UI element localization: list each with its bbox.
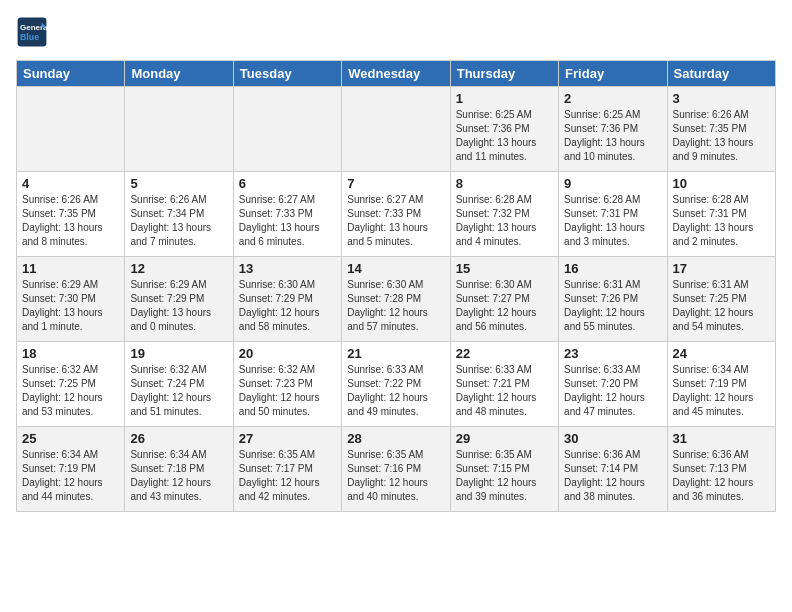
calendar-cell: 3Sunrise: 6:26 AM Sunset: 7:35 PM Daylig… xyxy=(667,87,775,172)
day-number: 30 xyxy=(564,431,661,446)
day-number: 23 xyxy=(564,346,661,361)
day-detail: Sunrise: 6:30 AM Sunset: 7:28 PM Dayligh… xyxy=(347,278,444,334)
day-number: 3 xyxy=(673,91,770,106)
day-number: 8 xyxy=(456,176,553,191)
logo: General Blue xyxy=(16,16,52,48)
day-detail: Sunrise: 6:25 AM Sunset: 7:36 PM Dayligh… xyxy=(456,108,553,164)
column-header-monday: Monday xyxy=(125,61,233,87)
day-detail: Sunrise: 6:33 AM Sunset: 7:21 PM Dayligh… xyxy=(456,363,553,419)
day-detail: Sunrise: 6:26 AM Sunset: 7:35 PM Dayligh… xyxy=(22,193,119,249)
day-number: 14 xyxy=(347,261,444,276)
day-number: 22 xyxy=(456,346,553,361)
day-number: 29 xyxy=(456,431,553,446)
day-detail: Sunrise: 6:32 AM Sunset: 7:25 PM Dayligh… xyxy=(22,363,119,419)
day-detail: Sunrise: 6:31 AM Sunset: 7:25 PM Dayligh… xyxy=(673,278,770,334)
calendar-week-row: 1Sunrise: 6:25 AM Sunset: 7:36 PM Daylig… xyxy=(17,87,776,172)
calendar-cell: 5Sunrise: 6:26 AM Sunset: 7:34 PM Daylig… xyxy=(125,172,233,257)
day-detail: Sunrise: 6:28 AM Sunset: 7:32 PM Dayligh… xyxy=(456,193,553,249)
day-number: 1 xyxy=(456,91,553,106)
calendar-cell: 13Sunrise: 6:30 AM Sunset: 7:29 PM Dayli… xyxy=(233,257,341,342)
day-detail: Sunrise: 6:35 AM Sunset: 7:17 PM Dayligh… xyxy=(239,448,336,504)
day-detail: Sunrise: 6:29 AM Sunset: 7:30 PM Dayligh… xyxy=(22,278,119,334)
calendar-cell: 9Sunrise: 6:28 AM Sunset: 7:31 PM Daylig… xyxy=(559,172,667,257)
column-header-saturday: Saturday xyxy=(667,61,775,87)
day-detail: Sunrise: 6:36 AM Sunset: 7:13 PM Dayligh… xyxy=(673,448,770,504)
calendar-cell xyxy=(17,87,125,172)
day-detail: Sunrise: 6:30 AM Sunset: 7:27 PM Dayligh… xyxy=(456,278,553,334)
calendar-header-row: SundayMondayTuesdayWednesdayThursdayFrid… xyxy=(17,61,776,87)
day-number: 9 xyxy=(564,176,661,191)
calendar-table: SundayMondayTuesdayWednesdayThursdayFrid… xyxy=(16,60,776,512)
calendar-cell: 19Sunrise: 6:32 AM Sunset: 7:24 PM Dayli… xyxy=(125,342,233,427)
calendar-cell: 12Sunrise: 6:29 AM Sunset: 7:29 PM Dayli… xyxy=(125,257,233,342)
calendar-cell: 4Sunrise: 6:26 AM Sunset: 7:35 PM Daylig… xyxy=(17,172,125,257)
day-detail: Sunrise: 6:28 AM Sunset: 7:31 PM Dayligh… xyxy=(673,193,770,249)
calendar-cell: 1Sunrise: 6:25 AM Sunset: 7:36 PM Daylig… xyxy=(450,87,558,172)
calendar-cell xyxy=(125,87,233,172)
day-number: 16 xyxy=(564,261,661,276)
calendar-cell: 30Sunrise: 6:36 AM Sunset: 7:14 PM Dayli… xyxy=(559,427,667,512)
day-number: 4 xyxy=(22,176,119,191)
column-header-sunday: Sunday xyxy=(17,61,125,87)
day-number: 6 xyxy=(239,176,336,191)
day-detail: Sunrise: 6:34 AM Sunset: 7:19 PM Dayligh… xyxy=(22,448,119,504)
day-detail: Sunrise: 6:36 AM Sunset: 7:14 PM Dayligh… xyxy=(564,448,661,504)
calendar-week-row: 11Sunrise: 6:29 AM Sunset: 7:30 PM Dayli… xyxy=(17,257,776,342)
calendar-cell: 8Sunrise: 6:28 AM Sunset: 7:32 PM Daylig… xyxy=(450,172,558,257)
day-number: 26 xyxy=(130,431,227,446)
day-number: 2 xyxy=(564,91,661,106)
calendar-cell: 6Sunrise: 6:27 AM Sunset: 7:33 PM Daylig… xyxy=(233,172,341,257)
day-number: 28 xyxy=(347,431,444,446)
day-number: 21 xyxy=(347,346,444,361)
column-header-tuesday: Tuesday xyxy=(233,61,341,87)
day-number: 11 xyxy=(22,261,119,276)
day-number: 10 xyxy=(673,176,770,191)
calendar-cell: 18Sunrise: 6:32 AM Sunset: 7:25 PM Dayli… xyxy=(17,342,125,427)
calendar-cell: 22Sunrise: 6:33 AM Sunset: 7:21 PM Dayli… xyxy=(450,342,558,427)
day-detail: Sunrise: 6:32 AM Sunset: 7:24 PM Dayligh… xyxy=(130,363,227,419)
calendar-cell xyxy=(342,87,450,172)
calendar-cell xyxy=(233,87,341,172)
day-detail: Sunrise: 6:34 AM Sunset: 7:19 PM Dayligh… xyxy=(673,363,770,419)
calendar-cell: 29Sunrise: 6:35 AM Sunset: 7:15 PM Dayli… xyxy=(450,427,558,512)
calendar-cell: 25Sunrise: 6:34 AM Sunset: 7:19 PM Dayli… xyxy=(17,427,125,512)
day-number: 24 xyxy=(673,346,770,361)
column-header-thursday: Thursday xyxy=(450,61,558,87)
day-detail: Sunrise: 6:35 AM Sunset: 7:15 PM Dayligh… xyxy=(456,448,553,504)
logo-icon: General Blue xyxy=(16,16,48,48)
day-number: 7 xyxy=(347,176,444,191)
calendar-cell: 28Sunrise: 6:35 AM Sunset: 7:16 PM Dayli… xyxy=(342,427,450,512)
day-number: 25 xyxy=(22,431,119,446)
calendar-cell: 27Sunrise: 6:35 AM Sunset: 7:17 PM Dayli… xyxy=(233,427,341,512)
svg-text:Blue: Blue xyxy=(20,32,39,42)
day-detail: Sunrise: 6:27 AM Sunset: 7:33 PM Dayligh… xyxy=(239,193,336,249)
day-detail: Sunrise: 6:26 AM Sunset: 7:34 PM Dayligh… xyxy=(130,193,227,249)
day-detail: Sunrise: 6:33 AM Sunset: 7:20 PM Dayligh… xyxy=(564,363,661,419)
calendar-cell: 20Sunrise: 6:32 AM Sunset: 7:23 PM Dayli… xyxy=(233,342,341,427)
day-detail: Sunrise: 6:27 AM Sunset: 7:33 PM Dayligh… xyxy=(347,193,444,249)
calendar-cell: 7Sunrise: 6:27 AM Sunset: 7:33 PM Daylig… xyxy=(342,172,450,257)
day-detail: Sunrise: 6:30 AM Sunset: 7:29 PM Dayligh… xyxy=(239,278,336,334)
day-detail: Sunrise: 6:32 AM Sunset: 7:23 PM Dayligh… xyxy=(239,363,336,419)
calendar-cell: 14Sunrise: 6:30 AM Sunset: 7:28 PM Dayli… xyxy=(342,257,450,342)
day-detail: Sunrise: 6:33 AM Sunset: 7:22 PM Dayligh… xyxy=(347,363,444,419)
calendar-cell: 24Sunrise: 6:34 AM Sunset: 7:19 PM Dayli… xyxy=(667,342,775,427)
day-number: 19 xyxy=(130,346,227,361)
day-number: 5 xyxy=(130,176,227,191)
day-number: 12 xyxy=(130,261,227,276)
calendar-cell: 31Sunrise: 6:36 AM Sunset: 7:13 PM Dayli… xyxy=(667,427,775,512)
calendar-cell: 21Sunrise: 6:33 AM Sunset: 7:22 PM Dayli… xyxy=(342,342,450,427)
calendar-cell: 26Sunrise: 6:34 AM Sunset: 7:18 PM Dayli… xyxy=(125,427,233,512)
calendar-cell: 17Sunrise: 6:31 AM Sunset: 7:25 PM Dayli… xyxy=(667,257,775,342)
page-header: General Blue xyxy=(16,16,776,48)
calendar-week-row: 18Sunrise: 6:32 AM Sunset: 7:25 PM Dayli… xyxy=(17,342,776,427)
calendar-cell: 10Sunrise: 6:28 AM Sunset: 7:31 PM Dayli… xyxy=(667,172,775,257)
calendar-cell: 2Sunrise: 6:25 AM Sunset: 7:36 PM Daylig… xyxy=(559,87,667,172)
calendar-cell: 15Sunrise: 6:30 AM Sunset: 7:27 PM Dayli… xyxy=(450,257,558,342)
day-number: 18 xyxy=(22,346,119,361)
calendar-cell: 16Sunrise: 6:31 AM Sunset: 7:26 PM Dayli… xyxy=(559,257,667,342)
calendar-week-row: 25Sunrise: 6:34 AM Sunset: 7:19 PM Dayli… xyxy=(17,427,776,512)
day-detail: Sunrise: 6:34 AM Sunset: 7:18 PM Dayligh… xyxy=(130,448,227,504)
day-number: 13 xyxy=(239,261,336,276)
calendar-cell: 11Sunrise: 6:29 AM Sunset: 7:30 PM Dayli… xyxy=(17,257,125,342)
